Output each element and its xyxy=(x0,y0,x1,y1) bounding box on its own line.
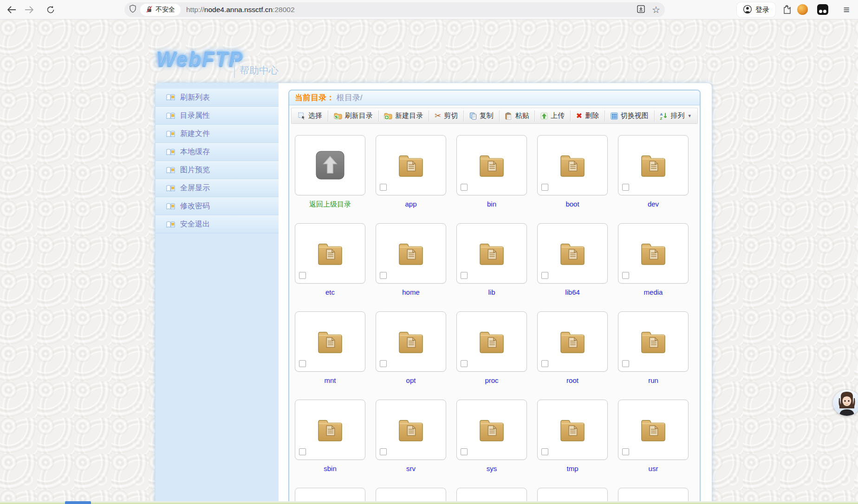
login-button[interactable]: 登录 xyxy=(737,2,775,17)
file-label[interactable]: tmp xyxy=(566,465,578,473)
file-checkbox[interactable] xyxy=(541,448,548,455)
file-checkbox[interactable] xyxy=(299,360,306,367)
file-checkbox[interactable] xyxy=(541,272,548,279)
file-checkbox[interactable] xyxy=(299,448,306,455)
bookmark-star-icon[interactable]: ☆ xyxy=(652,6,660,14)
file-checkbox[interactable] xyxy=(461,360,468,367)
file-tile[interactable] xyxy=(618,311,689,372)
file-label[interactable]: media xyxy=(644,288,663,297)
file-label[interactable]: opt xyxy=(406,376,416,385)
file-checkbox[interactable] xyxy=(380,360,387,367)
file-checkbox[interactable] xyxy=(299,272,306,279)
file-tile[interactable] xyxy=(376,223,446,284)
file-label[interactable]: mnt xyxy=(324,376,336,385)
file-checkbox[interactable] xyxy=(380,448,387,455)
file-label[interactable]: proc xyxy=(485,376,498,385)
sidebar-item-new-file[interactable]: 新建文件 xyxy=(156,125,279,143)
sidebar-item-refresh-list[interactable]: 刷新列表 xyxy=(156,89,279,107)
avatar[interactable] xyxy=(833,390,858,416)
file-label[interactable]: run xyxy=(648,376,658,385)
sidebar-item-fullscreen[interactable]: 全屏显示 xyxy=(156,179,279,197)
file-label[interactable]: root xyxy=(566,376,578,385)
file-tile[interactable] xyxy=(618,223,689,284)
toolbar-button-copy[interactable]: 复制 xyxy=(465,110,498,122)
file-label[interactable]: bin xyxy=(487,200,496,208)
file-tile[interactable] xyxy=(295,400,365,460)
sidebar-item-image-preview[interactable]: 图片预览 xyxy=(156,161,279,179)
file-tile[interactable] xyxy=(537,311,608,372)
toolbar-button-upload[interactable]: 上传 xyxy=(536,110,569,122)
file-checkbox[interactable] xyxy=(622,448,629,455)
file-checkbox[interactable] xyxy=(541,184,548,191)
toolbar-button-refresh-dir[interactable]: 刷新目录 xyxy=(329,110,377,122)
file-tile[interactable] xyxy=(376,135,446,195)
file-label[interactable]: dev xyxy=(648,200,659,208)
file-checkbox[interactable] xyxy=(461,272,468,279)
file-label[interactable]: boot xyxy=(566,200,579,208)
extension-black-icon[interactable] xyxy=(817,4,828,15)
file-label[interactable]: sys xyxy=(487,465,497,473)
file-checkbox[interactable] xyxy=(541,360,548,367)
file-tile[interactable] xyxy=(456,135,527,195)
file-label[interactable]: sbin xyxy=(324,465,337,473)
file-checkbox[interactable] xyxy=(461,184,468,191)
security-label: 不安全 xyxy=(156,6,175,14)
file-checkbox[interactable] xyxy=(380,184,387,191)
toolbar-button-new-dir[interactable]: 新建目录 xyxy=(379,110,428,122)
back-icon[interactable] xyxy=(6,4,18,15)
file-cell: app xyxy=(376,135,446,208)
toolbar-button-delete[interactable]: ✖删除 xyxy=(572,110,604,122)
file-tile[interactable] xyxy=(537,400,608,460)
menu-hamburger-icon[interactable]: ≡ xyxy=(844,4,850,16)
sidebar-item-local-cache[interactable]: 本地缓存 xyxy=(156,143,279,161)
extension-orange-icon[interactable] xyxy=(797,4,808,15)
upload-icon xyxy=(540,112,548,120)
address-bar[interactable]: 不安全 http://node4.anna.nssctf.cn:28002 ☆ xyxy=(124,2,665,17)
shield-icon[interactable] xyxy=(129,5,136,15)
sidebar-item-label: 全屏显示 xyxy=(180,183,210,193)
file-tile[interactable] xyxy=(295,311,365,372)
file-tile[interactable] xyxy=(537,135,608,195)
file-tile[interactable] xyxy=(618,135,689,195)
folder-icon xyxy=(558,152,587,178)
book-icon xyxy=(166,167,175,174)
file-label[interactable]: 返回上级目录 xyxy=(309,200,351,208)
file-tile[interactable] xyxy=(618,400,689,460)
file-checkbox[interactable] xyxy=(622,272,629,279)
forward-icon[interactable] xyxy=(23,4,35,15)
file-label[interactable]: srv xyxy=(406,465,416,473)
toolbar-separator xyxy=(378,110,379,122)
help-center-link[interactable]: 帮助中心 xyxy=(240,64,279,77)
file-tile[interactable] xyxy=(537,223,608,284)
toolbar-button-switch-view[interactable]: 切换视图 xyxy=(606,110,653,122)
file-label[interactable]: lib xyxy=(488,288,495,297)
toolbar-button-select[interactable]: 选择 xyxy=(293,110,327,122)
file-tile[interactable] xyxy=(456,223,527,284)
file-checkbox[interactable] xyxy=(380,272,387,279)
sidebar-item-change-password[interactable]: 修改密码 xyxy=(156,197,279,215)
reload-icon[interactable] xyxy=(45,4,57,15)
file-checkbox[interactable] xyxy=(622,184,629,191)
file-tile[interactable] xyxy=(376,311,446,372)
file-label[interactable]: usr xyxy=(649,465,658,473)
security-chip[interactable]: 不安全 xyxy=(140,4,181,16)
file-label[interactable]: etc xyxy=(325,288,335,297)
sidebar-item-dir-properties[interactable]: 目录属性 xyxy=(156,107,279,125)
extensions-puzzle-icon[interactable] xyxy=(781,4,793,15)
file-label[interactable]: app xyxy=(405,200,416,208)
file-tile[interactable] xyxy=(456,311,527,372)
file-label[interactable]: home xyxy=(402,288,420,297)
sidebar-item-logout[interactable]: 安全退出 xyxy=(156,215,279,233)
file-tile[interactable] xyxy=(295,223,365,284)
file-checkbox[interactable] xyxy=(622,360,629,367)
file-checkbox[interactable] xyxy=(461,448,468,455)
download-icon[interactable] xyxy=(637,5,645,15)
up-directory-tile[interactable] xyxy=(295,135,365,195)
toolbar-button-label: 上传 xyxy=(551,111,565,120)
file-tile[interactable] xyxy=(456,400,527,460)
file-tile[interactable] xyxy=(376,400,446,460)
toolbar-button-cut[interactable]: ✂剪切 xyxy=(430,110,462,122)
toolbar-button-sort[interactable]: AZ排列▾ xyxy=(655,110,696,122)
toolbar-button-paste[interactable]: 粘贴 xyxy=(500,110,533,122)
file-label[interactable]: lib64 xyxy=(565,288,580,297)
